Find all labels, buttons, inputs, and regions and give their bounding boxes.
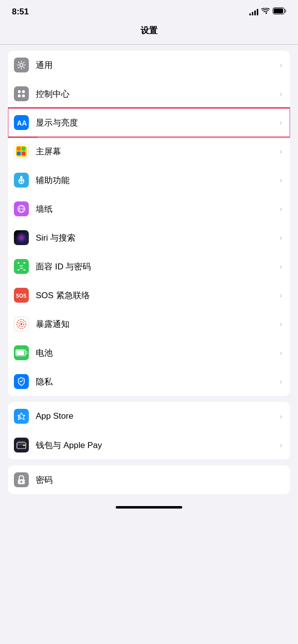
row-faceid[interactable]: 面容 ID 与密码 › [8, 252, 290, 281]
status-time: 8:51 [12, 7, 29, 17]
row-sos[interactable]: SOS SOS 紧急联络 › [8, 281, 290, 310]
row-appstore[interactable]: A App Store › [8, 402, 290, 431]
appstore-icon: A [14, 409, 29, 424]
password-label: 密码 [36, 474, 278, 486]
row-display[interactable]: AA 显示与亮度 › [8, 108, 290, 137]
control-center-label: 控制中心 [36, 88, 276, 100]
siri-icon [14, 230, 29, 245]
accessibility-label: 辅助功能 [36, 175, 276, 186]
settings-section-2: A App Store › 钱包与 Apple Pay › [8, 402, 290, 459]
svg-point-32 [22, 265, 23, 266]
row-accessibility[interactable]: 辅助功能 › [8, 166, 290, 194]
svg-line-10 [18, 67, 19, 68]
wifi-icon [261, 7, 270, 16]
svg-rect-29 [17, 269, 19, 270]
battery-label: 电池 [36, 347, 276, 359]
row-privacy[interactable]: 隐私 › [8, 367, 290, 396]
svg-point-21 [20, 176, 23, 179]
top-divider [0, 44, 298, 45]
faceid-label: 面容 ID 与密码 [36, 261, 276, 272]
sos-chevron: › [280, 291, 282, 299]
battery-settings-icon [14, 345, 29, 360]
display-chevron: › [280, 119, 282, 127]
battery-chevron: › [280, 349, 282, 357]
accessibility-icon [14, 173, 29, 188]
settings-section-3: 密码 [8, 465, 290, 494]
svg-line-8 [23, 67, 24, 68]
svg-point-37 [20, 323, 22, 325]
signal-icon [249, 8, 258, 15]
row-exposure[interactable]: 暴露通知 › [8, 310, 290, 338]
row-siri[interactable]: Siri 与搜索 › [8, 223, 290, 252]
svg-rect-12 [22, 90, 25, 93]
page-title: 设置 [0, 21, 298, 44]
wallpaper-label: 墙纸 [36, 203, 276, 215]
row-wallet[interactable]: 钱包与 Apple Pay › [8, 431, 290, 459]
svg-rect-17 [17, 147, 21, 151]
row-password[interactable]: 密码 [8, 465, 290, 494]
battery-icon [273, 7, 286, 16]
svg-text:SOS: SOS [16, 293, 26, 299]
appstore-chevron: › [280, 412, 282, 420]
general-chevron: › [280, 61, 282, 69]
svg-text:AA: AA [17, 119, 27, 127]
appstore-label: App Store [36, 411, 276, 421]
svg-rect-30 [23, 269, 25, 270]
svg-rect-14 [22, 95, 25, 98]
exposure-icon [14, 317, 29, 331]
home-indicator-area [0, 494, 298, 516]
settings-section-1: 通用 › 控制中心 › AA 显示与亮度 › [8, 51, 290, 396]
control-center-icon [14, 86, 29, 101]
sos-icon: SOS [14, 288, 29, 303]
row-general[interactable]: 通用 › [8, 51, 290, 79]
homescreen-chevron: › [280, 147, 282, 155]
svg-rect-1 [274, 8, 283, 13]
accessibility-chevron: › [280, 176, 282, 184]
display-icon: AA [14, 115, 29, 130]
exposure-chevron: › [280, 320, 282, 328]
wallet-label: 钱包与 Apple Pay [36, 440, 276, 451]
svg-rect-39 [16, 350, 24, 355]
privacy-chevron: › [280, 378, 282, 386]
row-homescreen[interactable]: 主屏幕 › [8, 137, 290, 166]
row-battery[interactable]: 电池 › [8, 338, 290, 367]
status-icons [249, 7, 286, 16]
svg-line-9 [23, 62, 24, 63]
svg-rect-18 [22, 147, 26, 151]
svg-rect-43 [23, 445, 25, 446]
exposure-label: 暴露通知 [36, 319, 276, 330]
homescreen-icon [14, 144, 29, 159]
general-label: 通用 [36, 60, 276, 71]
sos-label: SOS 紧急联络 [36, 290, 276, 301]
svg-rect-27 [17, 262, 19, 263]
svg-point-2 [20, 64, 23, 66]
row-control-center[interactable]: 控制中心 › [8, 79, 290, 108]
wallet-chevron: › [280, 441, 282, 449]
wallpaper-chevron: › [280, 205, 282, 213]
home-indicator [116, 506, 182, 509]
svg-rect-20 [22, 152, 26, 156]
homescreen-label: 主屏幕 [36, 146, 276, 157]
svg-rect-19 [17, 152, 21, 156]
privacy-icon [14, 374, 29, 389]
faceid-icon [14, 259, 29, 274]
svg-rect-28 [23, 262, 25, 263]
status-bar: 8:51 [0, 0, 298, 21]
svg-rect-11 [18, 90, 21, 93]
privacy-label: 隐私 [36, 376, 276, 387]
display-label: 显示与亮度 [36, 117, 276, 129]
general-icon [14, 58, 29, 72]
row-wallpaper[interactable]: 墙纸 › [8, 194, 290, 223]
svg-rect-13 [18, 95, 21, 98]
siri-chevron: › [280, 234, 282, 242]
password-icon [14, 472, 29, 487]
svg-point-31 [20, 265, 21, 266]
svg-text:A: A [18, 414, 21, 419]
wallet-icon [14, 438, 29, 452]
faceid-chevron: › [280, 262, 282, 270]
siri-label: Siri 与搜索 [36, 232, 276, 244]
wallpaper-icon [14, 201, 29, 216]
control-center-chevron: › [280, 90, 282, 98]
svg-point-45 [20, 481, 22, 483]
svg-line-7 [18, 62, 19, 63]
